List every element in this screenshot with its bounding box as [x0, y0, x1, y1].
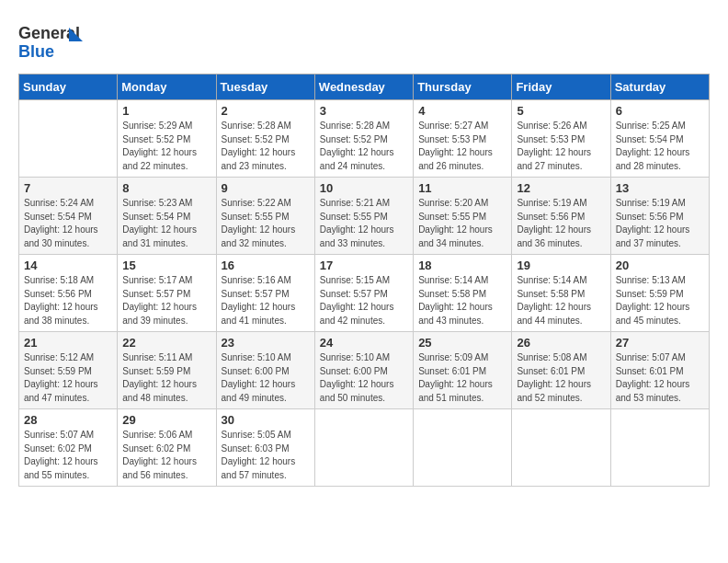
calendar-cell: 15Sunrise: 5:17 AM Sunset: 5:57 PM Dayli…	[118, 255, 216, 332]
day-info: Sunrise: 5:28 AM Sunset: 5:52 PM Dayligh…	[320, 120, 408, 173]
day-info: Sunrise: 5:08 AM Sunset: 6:01 PM Dayligh…	[517, 351, 605, 405]
calendar-cell: 7Sunrise: 5:24 AM Sunset: 5:54 PM Daylig…	[19, 178, 118, 255]
calendar-cell	[512, 409, 610, 487]
day-info: Sunrise: 5:19 AM Sunset: 5:56 PM Dayligh…	[517, 197, 605, 250]
week-row-5: 28Sunrise: 5:07 AM Sunset: 6:02 PM Dayli…	[19, 409, 710, 487]
day-number: 30	[222, 413, 310, 427]
day-info: Sunrise: 5:19 AM Sunset: 5:56 PM Dayligh…	[616, 197, 704, 250]
header-day-thursday: Thursday	[414, 75, 512, 100]
day-number: 5	[517, 104, 605, 118]
calendar-cell: 4Sunrise: 5:27 AM Sunset: 5:53 PM Daylig…	[414, 100, 512, 178]
calendar-cell: 1Sunrise: 5:29 AM Sunset: 5:52 PM Daylig…	[118, 100, 216, 178]
day-info: Sunrise: 5:06 AM Sunset: 6:02 PM Dayligh…	[122, 429, 210, 482]
day-number: 8	[122, 181, 210, 195]
calendar-table: SundayMondayTuesdayWednesdayThursdayFrid…	[18, 74, 710, 487]
day-number: 16	[222, 259, 310, 272]
week-row-3: 14Sunrise: 5:18 AM Sunset: 5:56 PM Dayli…	[19, 255, 710, 332]
day-number: 19	[517, 259, 605, 272]
calendar-cell: 19Sunrise: 5:14 AM Sunset: 5:58 PM Dayli…	[512, 255, 610, 332]
day-number: 13	[616, 181, 704, 195]
day-number: 14	[24, 259, 112, 272]
day-info: Sunrise: 5:21 AM Sunset: 5:55 PM Dayligh…	[320, 197, 408, 250]
calendar-cell: 20Sunrise: 5:13 AM Sunset: 5:59 PM Dayli…	[610, 255, 709, 332]
svg-text:Blue: Blue	[18, 42, 54, 61]
day-number: 2	[222, 104, 310, 118]
header-day-monday: Monday	[118, 75, 216, 100]
day-info: Sunrise: 5:26 AM Sunset: 5:53 PM Dayligh…	[517, 120, 605, 173]
day-info: Sunrise: 5:11 AM Sunset: 5:59 PM Dayligh…	[122, 351, 210, 405]
calendar-cell: 14Sunrise: 5:18 AM Sunset: 5:56 PM Dayli…	[19, 255, 118, 332]
day-number: 22	[122, 336, 210, 350]
day-number: 4	[418, 104, 506, 118]
day-info: Sunrise: 5:14 AM Sunset: 5:58 PM Dayligh…	[517, 274, 605, 327]
calendar-cell: 18Sunrise: 5:14 AM Sunset: 5:58 PM Dayli…	[414, 255, 512, 332]
day-number: 25	[418, 336, 506, 350]
day-info: Sunrise: 5:18 AM Sunset: 5:56 PM Dayligh…	[24, 274, 112, 327]
calendar-cell: 5Sunrise: 5:26 AM Sunset: 5:53 PM Daylig…	[512, 100, 610, 178]
day-info: Sunrise: 5:05 AM Sunset: 6:03 PM Dayligh…	[222, 429, 310, 482]
day-number: 20	[616, 259, 704, 272]
calendar-cell	[414, 409, 512, 487]
calendar-cell: 3Sunrise: 5:28 AM Sunset: 5:52 PM Daylig…	[314, 100, 413, 178]
day-number: 18	[418, 259, 506, 272]
week-row-1: 1Sunrise: 5:29 AM Sunset: 5:52 PM Daylig…	[19, 100, 710, 178]
calendar-cell: 6Sunrise: 5:25 AM Sunset: 5:54 PM Daylig…	[610, 100, 709, 178]
header-day-saturday: Saturday	[610, 75, 709, 100]
day-number: 9	[222, 181, 310, 195]
calendar-cell: 16Sunrise: 5:16 AM Sunset: 5:57 PM Dayli…	[216, 255, 314, 332]
calendar-cell	[19, 100, 118, 178]
day-info: Sunrise: 5:23 AM Sunset: 5:54 PM Dayligh…	[122, 197, 210, 250]
calendar-cell: 28Sunrise: 5:07 AM Sunset: 6:02 PM Dayli…	[19, 409, 118, 487]
day-number: 17	[320, 259, 408, 272]
calendar-cell: 17Sunrise: 5:15 AM Sunset: 5:57 PM Dayli…	[314, 255, 413, 332]
calendar-cell: 8Sunrise: 5:23 AM Sunset: 5:54 PM Daylig…	[118, 178, 216, 255]
day-info: Sunrise: 5:13 AM Sunset: 5:59 PM Dayligh…	[616, 274, 704, 327]
day-number: 3	[320, 104, 408, 118]
day-number: 21	[24, 336, 112, 350]
calendar-cell: 26Sunrise: 5:08 AM Sunset: 6:01 PM Dayli…	[512, 332, 610, 409]
page-header: GeneralBlue	[18, 18, 710, 64]
calendar-cell	[314, 409, 413, 487]
day-info: Sunrise: 5:07 AM Sunset: 6:01 PM Dayligh…	[616, 351, 704, 405]
day-number: 15	[122, 259, 210, 272]
calendar-cell: 30Sunrise: 5:05 AM Sunset: 6:03 PM Dayli…	[216, 409, 314, 487]
day-info: Sunrise: 5:12 AM Sunset: 5:59 PM Dayligh…	[24, 351, 112, 405]
day-number: 7	[24, 181, 112, 195]
day-number: 23	[222, 336, 310, 350]
week-row-2: 7Sunrise: 5:24 AM Sunset: 5:54 PM Daylig…	[19, 178, 710, 255]
day-info: Sunrise: 5:27 AM Sunset: 5:53 PM Dayligh…	[418, 120, 506, 173]
calendar-cell: 21Sunrise: 5:12 AM Sunset: 5:59 PM Dayli…	[19, 332, 118, 409]
day-info: Sunrise: 5:28 AM Sunset: 5:52 PM Dayligh…	[222, 120, 310, 173]
day-number: 1	[122, 104, 210, 118]
day-number: 27	[616, 336, 704, 350]
day-number: 24	[320, 336, 408, 350]
day-info: Sunrise: 5:17 AM Sunset: 5:57 PM Dayligh…	[122, 274, 210, 327]
header-day-tuesday: Tuesday	[216, 75, 314, 100]
calendar-cell: 22Sunrise: 5:11 AM Sunset: 5:59 PM Dayli…	[118, 332, 216, 409]
logo: GeneralBlue	[18, 18, 92, 64]
calendar-cell: 11Sunrise: 5:20 AM Sunset: 5:55 PM Dayli…	[414, 178, 512, 255]
day-number: 10	[320, 181, 408, 195]
calendar-cell: 29Sunrise: 5:06 AM Sunset: 6:02 PM Dayli…	[118, 409, 216, 487]
day-number: 28	[24, 413, 112, 427]
calendar-cell: 9Sunrise: 5:22 AM Sunset: 5:55 PM Daylig…	[216, 178, 314, 255]
day-number: 11	[418, 181, 506, 195]
day-info: Sunrise: 5:22 AM Sunset: 5:55 PM Dayligh…	[222, 197, 310, 250]
day-info: Sunrise: 5:25 AM Sunset: 5:54 PM Dayligh…	[616, 120, 704, 173]
day-info: Sunrise: 5:07 AM Sunset: 6:02 PM Dayligh…	[24, 429, 112, 482]
day-info: Sunrise: 5:09 AM Sunset: 6:01 PM Dayligh…	[418, 351, 506, 405]
day-info: Sunrise: 5:10 AM Sunset: 6:00 PM Dayligh…	[320, 351, 408, 405]
day-info: Sunrise: 5:10 AM Sunset: 6:00 PM Dayligh…	[222, 351, 310, 405]
calendar-cell: 13Sunrise: 5:19 AM Sunset: 5:56 PM Dayli…	[610, 178, 709, 255]
day-number: 12	[517, 181, 605, 195]
day-info: Sunrise: 5:16 AM Sunset: 5:57 PM Dayligh…	[222, 274, 310, 327]
calendar-cell: 25Sunrise: 5:09 AM Sunset: 6:01 PM Dayli…	[414, 332, 512, 409]
header-day-sunday: Sunday	[19, 75, 118, 100]
calendar-cell: 10Sunrise: 5:21 AM Sunset: 5:55 PM Dayli…	[314, 178, 413, 255]
calendar-cell: 23Sunrise: 5:10 AM Sunset: 6:00 PM Dayli…	[216, 332, 314, 409]
day-number: 6	[616, 104, 704, 118]
day-info: Sunrise: 5:29 AM Sunset: 5:52 PM Dayligh…	[122, 120, 210, 173]
day-info: Sunrise: 5:20 AM Sunset: 5:55 PM Dayligh…	[418, 197, 506, 250]
logo-svg: GeneralBlue	[18, 18, 92, 64]
day-info: Sunrise: 5:14 AM Sunset: 5:58 PM Dayligh…	[418, 274, 506, 327]
